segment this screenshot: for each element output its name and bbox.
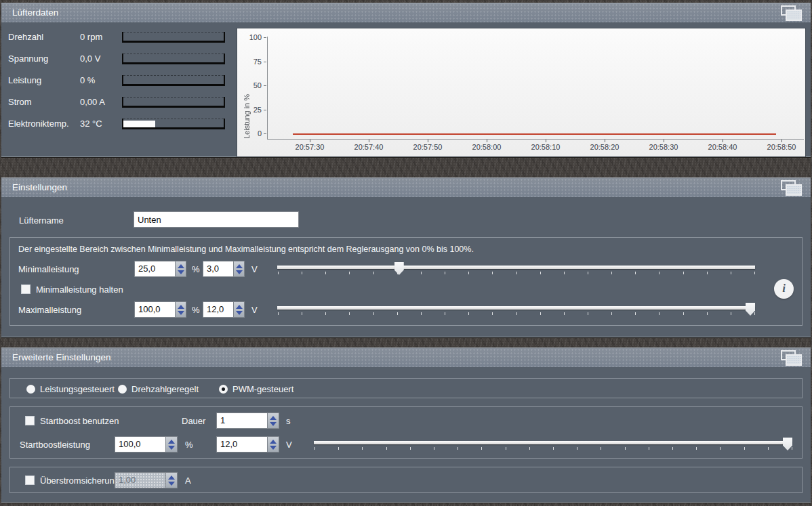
- slider-track[interactable]: [314, 441, 792, 444]
- slider-tick-mark: [611, 312, 612, 315]
- chart-x-tick-label: 20:57:30: [286, 143, 333, 151]
- arrow-up-icon: [178, 264, 184, 268]
- slider-tick-mark: [731, 272, 731, 274]
- slider-tick-mark: [373, 312, 374, 315]
- mode-radio-pwm-gesteuert[interactable]: PWM-gesteuert: [219, 379, 293, 399]
- slider-tick-mark: [468, 312, 469, 315]
- sensor-label: Spannung: [8, 54, 80, 64]
- spinner-arrows[interactable]: [267, 436, 279, 452]
- sensor-label: Drehzahl: [8, 32, 80, 42]
- spinner-arrows[interactable]: [165, 472, 178, 488]
- mode-radio-leistungsgesteuert[interactable]: Leistungsgesteuert: [26, 379, 115, 399]
- spinner-arrows[interactable]: [233, 261, 245, 277]
- popout-windows-icon[interactable]: [781, 350, 803, 366]
- spinner-arrows[interactable]: [165, 436, 178, 452]
- max-power-label: Maximalleistung: [18, 305, 81, 315]
- min-power-volt-unit: V: [251, 264, 258, 274]
- slider-tick-mark: [529, 447, 530, 450]
- slider-track[interactable]: [277, 266, 755, 269]
- popout-windows-icon[interactable]: [781, 5, 803, 21]
- arrow-up-icon: [270, 440, 277, 444]
- startboost-duration-value[interactable]: 1: [216, 413, 267, 429]
- chart-x-tick-label: 20:57:40: [345, 143, 392, 151]
- slider-tick-mark: [338, 447, 339, 450]
- slider-tick-mark: [540, 272, 541, 274]
- chart-x-tick-label: 20:58:30: [640, 143, 687, 151]
- fan-name-label: Lüftername: [19, 215, 64, 226]
- chart-x-tick-mark: [664, 140, 664, 142]
- chart-x-tick-mark: [546, 140, 546, 142]
- slider-tick-mark: [768, 447, 769, 450]
- slider-tick-mark: [325, 312, 326, 315]
- startboost-panel: Startboost benutzen Dauer 1 s Startboost…: [9, 406, 803, 459]
- overcurrent-panel: Überstromsicherung 1,00 A: [9, 467, 803, 493]
- slider-tick-mark: [386, 447, 387, 450]
- chart-y-axis-line: [267, 37, 268, 140]
- startboost-volt-value[interactable]: 12,0: [216, 436, 267, 452]
- spinner-arrows[interactable]: [175, 301, 186, 318]
- hold-min-power-label: Minimalleistung halten: [36, 284, 123, 295]
- chart-y-tick-label: 50: [241, 81, 262, 90]
- slider-tick-mark: [506, 447, 506, 450]
- sensor-reading-row: Elektroniktemp.32 °C: [8, 112, 232, 134]
- chart-x-tick-label: 20:58:50: [758, 143, 805, 151]
- slider-tick-mark: [553, 447, 554, 450]
- chart-x-tick-mark: [487, 140, 487, 142]
- slider-tick-mark: [492, 272, 493, 274]
- sensor-label: Strom: [8, 97, 80, 107]
- chart-y-tick-label: 75: [241, 57, 262, 66]
- startboost-checkbox[interactable]: [25, 416, 35, 425]
- min-power-volt-spinner: 3,0: [203, 261, 245, 277]
- sensor-bar: [122, 75, 225, 86]
- section-title: Erweiterte Einstellungen: [12, 352, 111, 362]
- slider-tick-mark: [588, 272, 588, 274]
- startboost-percent-value[interactable]: 100,0: [115, 436, 165, 452]
- slider-tick-mark: [445, 272, 445, 274]
- sensor-reading-row: Leistung0 %: [8, 69, 232, 91]
- section-title: Einstellungen: [12, 182, 67, 192]
- sensor-bar-fill: [123, 121, 155, 127]
- min-power-percent-value[interactable]: 25,0: [134, 261, 175, 277]
- slider-tick-mark: [792, 447, 792, 450]
- slider-tick-mark: [754, 272, 755, 274]
- max-power-volt-unit: V: [251, 305, 258, 315]
- startboost-power-slider[interactable]: [314, 436, 792, 453]
- arrow-up-icon: [270, 416, 277, 420]
- slider-thumb[interactable]: [394, 262, 404, 275]
- slider-tick-mark: [314, 447, 315, 450]
- arrow-down-icon: [178, 311, 184, 315]
- spinner-arrows[interactable]: [175, 261, 186, 277]
- max-power-percent-unit: %: [192, 305, 200, 315]
- overcurrent-checkbox[interactable]: [25, 476, 35, 485]
- max-power-slider[interactable]: [277, 301, 755, 318]
- fan-name-input[interactable]: [134, 211, 299, 228]
- max-power-percent-value[interactable]: 100,0: [134, 301, 175, 318]
- slider-tick-mark: [516, 272, 517, 274]
- range-info-text: Der eingestellte Bereich zwischen Minima…: [18, 245, 474, 254]
- startboost-duration-label: Dauer: [182, 416, 205, 426]
- info-icon[interactable]: i: [774, 279, 794, 299]
- slider-tick-mark: [540, 312, 541, 315]
- section-header-fan-data: Lüfterdaten: [1, 3, 811, 22]
- min-power-label: Minimalleistung: [18, 264, 79, 274]
- slider-thumb[interactable]: [783, 438, 792, 450]
- section-title: Lüfterdaten: [12, 7, 58, 18]
- sensor-reading-row: Spannung0,0 V: [8, 47, 232, 69]
- sensor-reading-row: Drehzahl0 rpm: [8, 26, 232, 47]
- slider-track[interactable]: [277, 306, 755, 310]
- overcurrent-label: Überstromsicherung: [40, 476, 119, 486]
- hold-min-power-checkbox[interactable]: [21, 284, 31, 294]
- slider-tick-mark: [349, 272, 350, 274]
- spinner-arrows[interactable]: [267, 413, 279, 429]
- chart-y-tick-label: 25: [241, 105, 262, 114]
- popout-windows-icon[interactable]: [781, 180, 803, 196]
- arrow-down-icon: [236, 311, 243, 315]
- min-power-volt-value[interactable]: 3,0: [203, 261, 233, 277]
- spinner-arrows[interactable]: [233, 301, 245, 318]
- min-power-slider[interactable]: [277, 260, 755, 278]
- max-power-volt-value[interactable]: 12,0: [203, 301, 233, 318]
- arrow-down-icon: [236, 270, 243, 274]
- slider-thumb[interactable]: [746, 303, 755, 316]
- chart-x-tick-mark: [781, 140, 782, 142]
- mode-radio-drehzahlgeregelt[interactable]: Drehzahlgeregelt: [118, 379, 199, 399]
